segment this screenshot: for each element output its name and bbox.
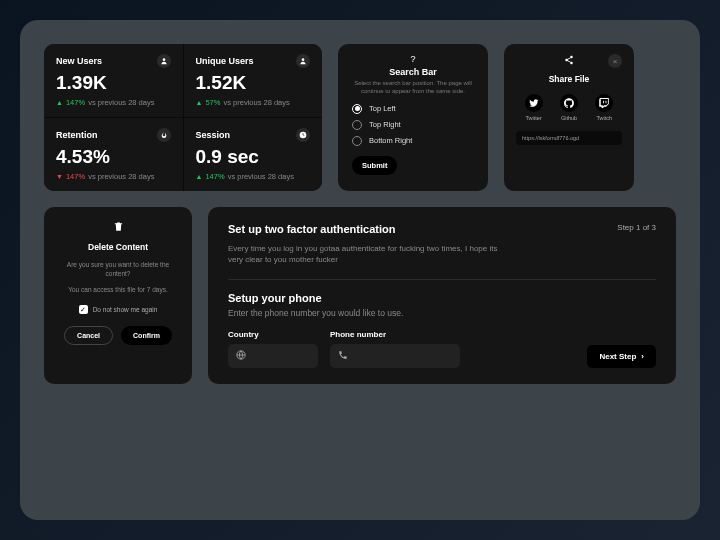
submit-button[interactable]: Submit bbox=[352, 156, 397, 175]
dont-show-checkbox[interactable]: ✓ Do not show me again bbox=[58, 305, 178, 314]
stat-title: New Users bbox=[56, 56, 102, 66]
stat-pct: 147% bbox=[205, 172, 224, 181]
stat-compare: vs previous 28 days bbox=[88, 172, 154, 181]
stat-title: Retention bbox=[56, 130, 98, 140]
share-card: × Share File Twitter Github Twitch https… bbox=[504, 44, 634, 191]
divider bbox=[228, 279, 656, 280]
social-github[interactable]: Github bbox=[560, 94, 578, 121]
svg-point-1 bbox=[302, 58, 305, 61]
stat-compare: vs previous 28 days bbox=[223, 98, 289, 107]
stat-value: 1.52K bbox=[196, 72, 311, 94]
stat-pct: 147% bbox=[66, 98, 85, 107]
searchbar-desc: Select the search bar position. The page… bbox=[352, 80, 474, 96]
radio-label: Top Right bbox=[369, 120, 401, 129]
cancel-button[interactable]: Cancel bbox=[64, 326, 113, 345]
trend-up-icon: ▲ bbox=[196, 99, 203, 106]
phone-input[interactable] bbox=[330, 344, 460, 368]
stat-card: Session 0.9 sec ▲ 147% vs previous 28 da… bbox=[184, 118, 323, 191]
stat-card: Retention 4.53% ▼ 147% vs previous 28 da… bbox=[44, 118, 183, 191]
stat-value: 4.53% bbox=[56, 146, 171, 168]
radio-option[interactable]: Top Right bbox=[352, 120, 474, 130]
radio-icon bbox=[352, 136, 362, 146]
social-label: Twitch bbox=[595, 115, 613, 121]
social-twitch[interactable]: Twitch bbox=[595, 94, 613, 121]
country-select[interactable] bbox=[228, 344, 318, 368]
clock-icon bbox=[296, 128, 310, 142]
twitch-icon bbox=[595, 94, 613, 112]
stat-pct: 147% bbox=[66, 172, 85, 181]
stat-compare: vs previous 28 days bbox=[88, 98, 154, 107]
checkbox-icon: ✓ bbox=[79, 305, 88, 314]
stat-pct: 57% bbox=[205, 98, 220, 107]
share-url[interactable]: https://lskforndf776.ogd bbox=[516, 131, 622, 145]
delete-question: Are you sure you want to delete the cont… bbox=[58, 260, 178, 278]
twofa-subdesc: Enter the phone number you would like to… bbox=[228, 308, 656, 318]
share-icon bbox=[564, 55, 574, 67]
stat-title: Session bbox=[196, 130, 231, 140]
twofa-subtitle: Setup your phone bbox=[228, 292, 656, 304]
trend-up-icon: ▲ bbox=[196, 173, 203, 180]
svg-point-0 bbox=[162, 58, 165, 61]
twitter-icon bbox=[525, 94, 543, 112]
radio-icon bbox=[352, 104, 362, 114]
twofa-step: Step 1 of 3 bbox=[617, 223, 656, 232]
delete-title: Delete Content bbox=[58, 242, 178, 252]
twofa-title: Set up two factor authentication bbox=[228, 223, 395, 235]
phone-label: Phone number bbox=[330, 330, 460, 339]
social-twitter[interactable]: Twitter bbox=[525, 94, 543, 121]
confirm-button[interactable]: Confirm bbox=[121, 326, 172, 345]
country-label: Country bbox=[228, 330, 318, 339]
radio-option[interactable]: Top Left bbox=[352, 104, 474, 114]
globe-icon bbox=[236, 350, 246, 362]
stat-card: New Users 1.39K ▲ 147% vs previous 28 da… bbox=[44, 44, 183, 117]
social-label: Github bbox=[560, 115, 578, 121]
stat-card: Unique Users 1.52K ▲ 57% vs previous 28 … bbox=[184, 44, 323, 117]
next-step-button[interactable]: Next Step › bbox=[587, 345, 656, 368]
github-icon bbox=[560, 94, 578, 112]
stat-compare: vs previous 28 days bbox=[228, 172, 294, 181]
share-title: Share File bbox=[516, 74, 622, 84]
user-icon bbox=[157, 54, 171, 68]
radio-icon bbox=[352, 120, 362, 130]
stat-value: 1.39K bbox=[56, 72, 171, 94]
user-icon bbox=[296, 54, 310, 68]
trash-icon bbox=[58, 221, 178, 234]
searchbar-card: ? Search Bar Select the search bar posit… bbox=[338, 44, 488, 191]
help-icon: ? bbox=[352, 54, 474, 64]
flame-icon bbox=[157, 128, 171, 142]
delete-card: Delete Content Are you sure you want to … bbox=[44, 207, 192, 384]
radio-option[interactable]: Bottom Right bbox=[352, 136, 474, 146]
close-icon[interactable]: × bbox=[608, 54, 622, 68]
trend-up-icon: ▲ bbox=[56, 99, 63, 106]
stats-grid: New Users 1.39K ▲ 147% vs previous 28 da… bbox=[44, 44, 322, 191]
radio-label: Top Left bbox=[369, 104, 396, 113]
delete-info: You can access this file for 7 days. bbox=[58, 286, 178, 293]
stat-title: Unique Users bbox=[196, 56, 254, 66]
phone-icon bbox=[338, 350, 348, 362]
radio-label: Bottom Right bbox=[369, 136, 412, 145]
twofa-card: Set up two factor authentication Step 1 … bbox=[208, 207, 676, 384]
twofa-desc: Every time you log in you gotaa authenti… bbox=[228, 243, 508, 265]
stat-value: 0.9 sec bbox=[196, 146, 311, 168]
arrow-right-icon: › bbox=[641, 352, 644, 361]
searchbar-title: Search Bar bbox=[352, 67, 474, 77]
trend-down-icon: ▼ bbox=[56, 173, 63, 180]
social-label: Twitter bbox=[525, 115, 543, 121]
